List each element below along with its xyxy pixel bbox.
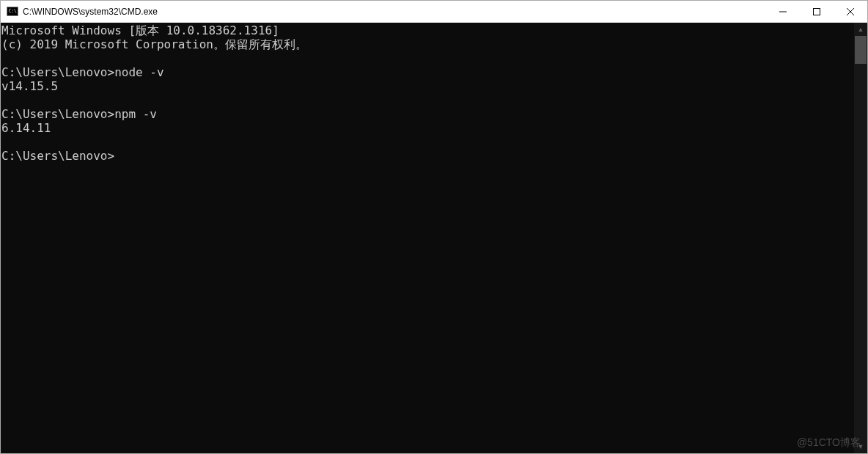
scroll-thumb[interactable] [855, 36, 867, 64]
maximize-icon [813, 8, 820, 15]
minimize-button[interactable] [766, 1, 800, 22]
close-icon [847, 8, 854, 15]
window-title: C:\WINDOWS\system32\CMD.exe [23, 7, 766, 17]
scroll-up-arrow-icon[interactable]: ▲ [854, 23, 867, 36]
maximize-button[interactable] [800, 1, 834, 22]
minimize-icon [779, 8, 787, 15]
titlebar[interactable]: C:\ C:\WINDOWS\system32\CMD.exe [1, 1, 867, 23]
window-controls [766, 1, 867, 22]
vertical-scrollbar[interactable]: ▲ ▼ [854, 23, 867, 453]
console-output[interactable]: Microsoft Windows [版本 10.0.18362.1316] (… [1, 23, 854, 453]
close-button[interactable] [834, 1, 867, 22]
cmd-window: C:\ C:\WINDOWS\system32\CMD.exe Microsof… [0, 0, 868, 454]
cmd-icon: C:\ [7, 7, 18, 16]
svg-rect-1 [814, 8, 820, 15]
scroll-down-arrow-icon[interactable]: ▼ [854, 440, 867, 453]
console-area: Microsoft Windows [版本 10.0.18362.1316] (… [1, 23, 867, 453]
